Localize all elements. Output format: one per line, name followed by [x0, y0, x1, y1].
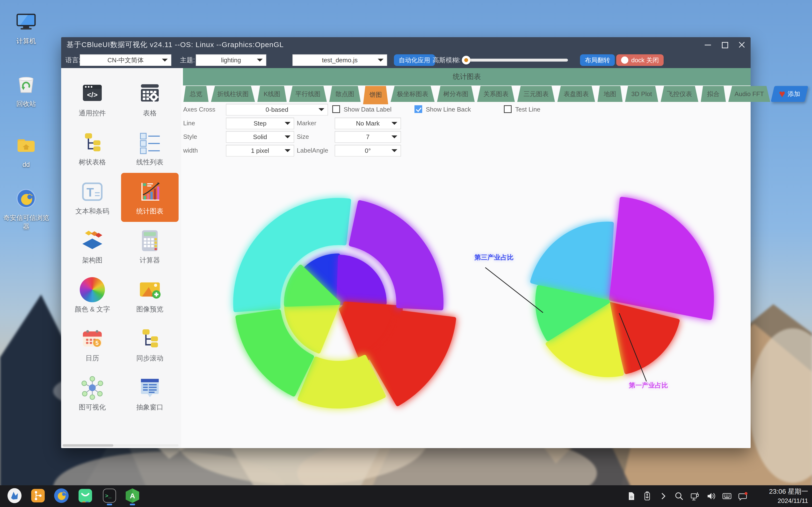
search-icon[interactable] — [674, 491, 684, 501]
launcher-icon[interactable] — [7, 488, 22, 503]
diamond-layers-icon — [80, 228, 105, 253]
desktop-icon-dd-folder[interactable]: dd — [0, 133, 52, 169]
chevron-down-icon — [285, 122, 291, 125]
style-select[interactable]: Solid — [226, 131, 294, 143]
tab-relation[interactable]: 关系图表 — [477, 86, 515, 102]
style-label: Style — [183, 131, 197, 143]
tab-tree-dist[interactable]: 树分布图 — [437, 86, 475, 102]
maximize-button[interactable] — [721, 41, 729, 49]
marker-select[interactable]: No Mark — [335, 118, 401, 129]
chevron-down-icon — [257, 59, 263, 62]
calendar-icon: 5 — [80, 326, 105, 351]
gaussian-blur-slider[interactable] — [463, 59, 568, 62]
tab-3dplot[interactable]: 3D Plot — [625, 86, 658, 102]
scrollbar-thumb[interactable] — [63, 444, 113, 447]
sidebar-item-image-preview[interactable]: 图像预览 — [121, 271, 179, 320]
line-label: Line — [183, 117, 195, 129]
tab-audio-fft[interactable]: Audio FFT — [728, 86, 770, 102]
sidebar-item-tree-table[interactable]: 树状表格 — [63, 124, 121, 173]
minimize-button[interactable] — [704, 41, 712, 49]
sidebar-item-stats-charts[interactable]: 统计图表 — [121, 173, 179, 222]
desktop-icon-label: 回收站 — [0, 100, 52, 108]
test-line-checkbox[interactable] — [504, 105, 512, 113]
svg-text:T: T — [87, 185, 94, 199]
folder-icon — [14, 133, 38, 157]
label-angle-label: LabelAngle — [297, 145, 328, 157]
tab-overview[interactable]: 总览 — [184, 86, 209, 102]
app-a-icon[interactable]: A — [125, 488, 140, 503]
list-icon — [137, 130, 162, 155]
sidebar-item-calendar[interactable]: 5 日历 — [63, 320, 121, 369]
svg-text:>_: >_ — [105, 493, 112, 499]
slider-handle[interactable] — [462, 56, 470, 64]
tab-line-bar[interactable]: 折线柱状图 — [211, 86, 255, 102]
keyboard-icon[interactable] — [722, 491, 732, 501]
test-line-text: Test Line — [515, 103, 540, 115]
network-icon[interactable] — [690, 491, 700, 501]
language-select[interactable]: CN-中文简体 — [80, 54, 171, 66]
show-line-back-checkbox[interactable] — [414, 105, 422, 113]
tab-pie[interactable]: 饼图 — [363, 86, 388, 104]
sidebar-item-abstract-window[interactable]: 抽象窗口 — [121, 369, 179, 418]
script-select[interactable]: test_demo.js — [292, 54, 387, 66]
show-data-label-checkbox[interactable] — [332, 105, 340, 113]
theme-select[interactable]: lighting — [196, 54, 266, 66]
image-plus-icon — [137, 277, 162, 302]
sidebar-item-table[interactable]: 表格 — [121, 75, 179, 124]
window-titlebar[interactable]: 基于CBlueUI数据可视化 v24.11 --OS: Linux --Grap… — [61, 37, 751, 52]
app-window: 基于CBlueUI数据可视化 v24.11 --OS: Linux --Grap… — [61, 37, 751, 448]
tree-icon — [80, 130, 105, 155]
tab-ternary[interactable]: 三元图表 — [517, 86, 555, 102]
volume-icon[interactable] — [706, 491, 716, 501]
layout-flip-button[interactable]: 布局翻转 — [580, 54, 615, 66]
chart-type-tabs: 总览 折线柱状图 K线图 平行线图 散点图 饼图 极坐标图表 树分布图 关系图表… — [183, 86, 751, 105]
git-app-icon[interactable] — [30, 488, 46, 503]
tab-kline[interactable]: K线图 — [257, 86, 287, 102]
window-title: 基于CBlueUI数据可视化 v24.11 --OS: Linux --Grap… — [66, 37, 284, 52]
browser-taskbar-icon[interactable] — [54, 488, 69, 503]
tab-gauge[interactable]: 表盘图表 — [557, 86, 595, 102]
taskbar-clock[interactable]: 23:06 星期一 2024/11/11 — [769, 487, 808, 505]
tab-fit[interactable]: 拟合 — [701, 86, 726, 102]
tab-add[interactable]: ♥ 添加 — [771, 86, 808, 102]
notifications-icon[interactable] — [738, 491, 748, 501]
tray-expand-chevron-icon[interactable] — [658, 491, 668, 501]
terminal-icon[interactable]: >_ — [102, 488, 117, 503]
sidebar-item-architecture[interactable]: 架构图 — [63, 222, 121, 271]
chart-icon — [137, 179, 162, 204]
marker-label: Marker — [297, 117, 316, 129]
axes-cross-select[interactable]: 0-based — [226, 104, 328, 115]
tab-parallel[interactable]: 平行线图 — [289, 86, 327, 102]
sidebar-item-linear-list[interactable]: 线性列表 — [121, 124, 179, 173]
sidebar-item-sync-scroll[interactable]: 同步滚动 — [121, 320, 179, 369]
sidebar-item-color-text[interactable]: 颜色 & 文字 — [63, 271, 121, 320]
sidebar-item-calculator[interactable]: 计算器 — [121, 222, 179, 271]
line-select[interactable]: Step — [226, 118, 294, 129]
sidebar-item-graph-viz[interactable]: 图可视化 — [63, 369, 121, 418]
tab-scatter[interactable]: 散点图 — [329, 86, 361, 102]
tab-map[interactable]: 地图 — [597, 86, 622, 102]
desktop-icon-browser[interactable]: 奇安信可信浏览器 — [0, 186, 52, 231]
desktop-icon-label: 奇安信可信浏览器 — [0, 213, 52, 231]
appstore-icon[interactable] — [78, 488, 93, 503]
desktop-icon-computer[interactable]: 计算机 — [0, 10, 52, 45]
close-button[interactable] — [738, 41, 746, 49]
clock-date: 2024/11/11 — [769, 496, 808, 505]
sidebar-item-text-barcode[interactable]: T 文本和条码 — [63, 173, 121, 222]
desktop-icon-label: dd — [0, 160, 52, 169]
desktop-icon-recycle-bin[interactable]: 回收站 — [0, 72, 52, 108]
sidebar-item-general-controls[interactable]: </> 通用控件 — [63, 75, 121, 124]
sim-document-icon[interactable] — [626, 491, 637, 501]
label-angle-select[interactable]: 0° — [335, 145, 401, 157]
chevron-down-icon — [392, 122, 397, 125]
sidebar-scrollbar[interactable] — [63, 444, 179, 447]
width-select[interactable]: 1 pixel — [226, 145, 294, 157]
heart-icon: ♥ — [779, 89, 785, 99]
dock-close-button[interactable]: dock 关闭 — [616, 54, 664, 66]
tab-polar[interactable]: 极坐标图表 — [391, 86, 435, 102]
auto-apply-button[interactable]: 自动化应用 — [394, 54, 435, 66]
usb-device-icon[interactable] — [642, 491, 653, 501]
tab-flight[interactable]: 飞控仪表 — [661, 86, 698, 102]
size-select[interactable]: 7 — [335, 131, 401, 143]
show-line-back-text: Show Line Back — [426, 103, 471, 115]
